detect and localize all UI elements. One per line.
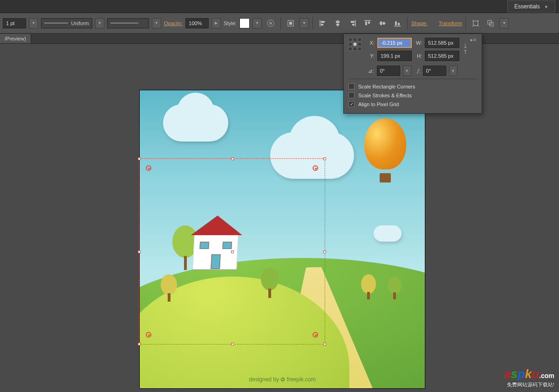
svg-rect-17 (380, 21, 382, 25)
scale-corners-label: Scale Rectangle Corners (358, 84, 415, 89)
stroke-profile-dropdown[interactable]: ▼ (95, 18, 104, 28)
selection-handle[interactable] (231, 343, 234, 345)
checkbox-unchecked-icon[interactable] (348, 83, 354, 89)
selection-handle[interactable] (138, 250, 141, 253)
recolor-artwork-icon[interactable] (265, 17, 277, 29)
stroke-weight-input[interactable] (3, 18, 26, 28)
corner-widget[interactable] (313, 165, 318, 171)
isolate-icon[interactable] (470, 17, 482, 29)
svg-rect-6 (321, 24, 323, 26)
separator (280, 17, 281, 29)
hot-air-balloon (364, 118, 406, 182)
selection-handle[interactable] (323, 250, 326, 253)
svg-rect-20 (395, 21, 397, 25)
corner-widget[interactable] (313, 332, 318, 338)
panel-menu-icon[interactable]: ▸≡ (470, 37, 478, 43)
shear-icon: ⧸: (417, 68, 420, 74)
width-input[interactable] (425, 38, 459, 48)
edit-contents-icon[interactable] (484, 17, 497, 29)
svg-rect-3 (289, 22, 292, 25)
style-dropdown[interactable]: ▼ (252, 18, 262, 28)
scale-strokes-checkbox-row[interactable]: Scale Strokes & Effects (348, 91, 477, 100)
height-input[interactable] (425, 51, 459, 61)
transform-panel: ▸≡ X: W: Y: H: ⊿: ▼ (343, 34, 482, 114)
svg-rect-21 (398, 23, 400, 25)
corner-widget[interactable] (146, 165, 151, 171)
document-tab[interactable]: /Preview) (0, 34, 31, 43)
align-hcenter-icon[interactable] (332, 17, 344, 29)
y-input[interactable] (377, 51, 412, 61)
align-pixel-checkbox-row[interactable]: ✓ Align to Pixel Grid (348, 100, 477, 108)
svg-rect-18 (383, 22, 385, 25)
rotate-dropdown[interactable]: ▼ (403, 66, 411, 76)
rotate-icon: ⊿: (368, 68, 374, 74)
control-bar: ▼ Uniform ▼ ▼ Opacity: ▶ Style: ▼ ▼ Shap… (0, 13, 559, 34)
y-label: Y: (367, 53, 375, 59)
cloud-shape (374, 225, 402, 242)
rotate-input[interactable] (377, 66, 400, 76)
reference-point-selector[interactable] (348, 38, 361, 51)
selection-handle[interactable] (231, 157, 234, 160)
watermark: aspku.com 免费网站源码下载站! (504, 367, 554, 388)
shape-label[interactable]: Shape: (411, 20, 428, 26)
shear-dropdown[interactable]: ▼ (449, 66, 457, 76)
separator (313, 17, 313, 29)
align-bottom-icon[interactable] (391, 17, 403, 29)
app-menubar: Essentials ▼ (0, 0, 559, 13)
checkbox-unchecked-icon[interactable] (348, 92, 354, 98)
constrain-proportions-icon[interactable] (461, 38, 470, 60)
tree-shape (361, 274, 376, 299)
brush-line-icon (110, 23, 138, 23)
watermark-subtitle: 免费网站源码下载站! (504, 381, 554, 388)
svg-rect-12 (352, 24, 354, 26)
brush-definition-select[interactable] (107, 18, 149, 28)
stroke-profile-label: Uniform (71, 20, 89, 26)
align-pixel-label: Align to Pixel Grid (358, 101, 399, 107)
x-input[interactable] (377, 38, 412, 48)
align-to-selection-icon[interactable] (285, 17, 297, 29)
h-label: H: (415, 53, 422, 59)
style-label: Style: (224, 20, 237, 26)
artwork-credit: designed by ✿ freepik.com (140, 376, 425, 383)
tree-shape (388, 277, 402, 299)
selection-handle[interactable] (323, 157, 326, 160)
cloud-shape (163, 104, 228, 142)
opacity-dropdown[interactable]: ▶ (211, 18, 221, 28)
stroke-weight-dropdown[interactable]: ▼ (29, 18, 38, 28)
workspace-label: Essentials (514, 3, 540, 10)
svg-point-1 (269, 22, 272, 25)
opacity-input[interactable] (185, 18, 209, 28)
align-left-icon[interactable] (317, 17, 329, 29)
selection-handle[interactable] (138, 343, 141, 345)
align-to-dropdown[interactable]: ▼ (300, 18, 309, 28)
shear-input[interactable] (423, 66, 446, 76)
selection-handle[interactable] (323, 343, 326, 345)
align-vcenter-icon[interactable] (376, 17, 389, 29)
separator (465, 17, 466, 29)
watermark-logo: aspku.com (504, 367, 554, 381)
separator (407, 17, 408, 29)
align-top-icon[interactable] (361, 17, 374, 29)
checkbox-checked-icon[interactable]: ✓ (348, 101, 354, 107)
corner-widget[interactable] (146, 332, 151, 338)
opacity-label[interactable]: Opacity: (164, 20, 183, 26)
svg-rect-15 (368, 21, 370, 24)
svg-rect-14 (365, 21, 367, 25)
workspace-switcher[interactable]: Essentials ▼ (507, 0, 555, 13)
chevron-down-icon: ▼ (544, 5, 548, 9)
selection-center[interactable] (231, 250, 234, 253)
svg-rect-5 (321, 21, 325, 23)
selection-handle[interactable] (138, 157, 141, 160)
svg-rect-11 (351, 21, 354, 23)
brush-dropdown[interactable]: ▼ (152, 18, 161, 28)
svg-rect-8 (336, 21, 340, 23)
stroke-profile-select[interactable]: Uniform (41, 18, 92, 28)
x-label: X: (367, 40, 375, 46)
selection-bounding-box[interactable] (139, 158, 325, 345)
transform-label[interactable]: Transform (439, 20, 462, 26)
align-right-icon[interactable] (347, 17, 359, 29)
graphic-style-swatch[interactable] (239, 18, 250, 28)
stroke-line-icon (44, 23, 68, 23)
scale-corners-checkbox-row[interactable]: Scale Rectangle Corners (348, 82, 477, 91)
edit-dropdown[interactable]: ▼ (499, 18, 509, 28)
